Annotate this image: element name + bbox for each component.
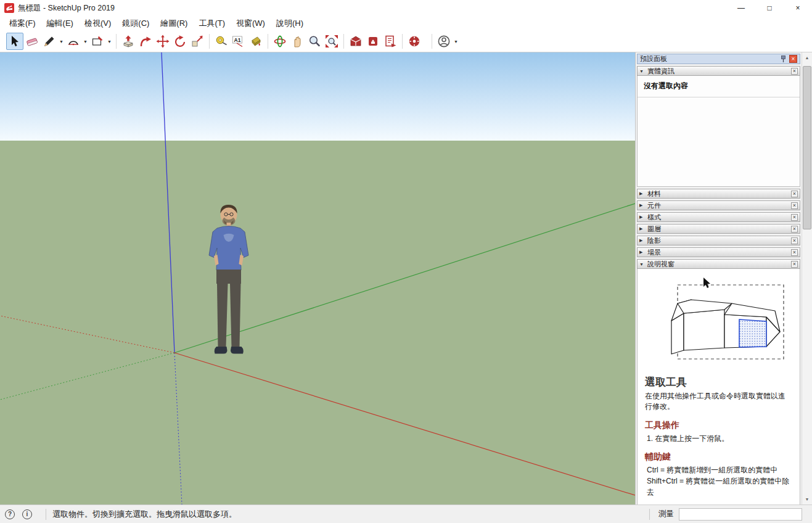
push-pull-tool-button[interactable] xyxy=(120,33,137,50)
toolbar-separator xyxy=(268,34,268,49)
menu-window[interactable]: 視窗(W) xyxy=(231,17,271,30)
status-message: 選取物件。切換到擴充選取。拖曳滑鼠以選取多項。 xyxy=(52,509,643,520)
cursor-icon xyxy=(703,278,710,288)
geolocation-icon[interactable]: ? xyxy=(5,509,15,519)
shapes-tool-button[interactable] xyxy=(89,33,106,50)
model-scene xyxy=(0,52,635,504)
menu-view[interactable]: 檢視(V) xyxy=(79,17,117,30)
scale-tool-button[interactable] xyxy=(189,33,206,50)
titlebar: 無標題 - SketchUp Pro 2019 — □ × xyxy=(0,0,812,16)
menu-camera[interactable]: 鏡頭(C) xyxy=(117,17,155,30)
paint-bucket-tool-button[interactable] xyxy=(247,33,265,50)
section-instructor[interactable]: ▼ 說明視窗 × xyxy=(637,259,800,269)
text-tool-button[interactable]: A1 xyxy=(230,33,247,50)
eraser-tool-button[interactable] xyxy=(23,33,41,50)
shapes-tool-dropdown[interactable]: ▼ xyxy=(106,33,113,50)
section-materials[interactable]: ▶ 材料 × xyxy=(637,189,800,199)
credits-info-icon[interactable]: i xyxy=(22,509,32,519)
send-to-layout-button[interactable] xyxy=(382,33,399,50)
follow-me-icon xyxy=(139,35,152,48)
arc-icon xyxy=(67,35,80,48)
menu-file[interactable]: 檔案(F) xyxy=(4,17,41,30)
modeling-viewport[interactable] xyxy=(0,52,635,504)
sign-in-dropdown[interactable]: ▼ xyxy=(453,33,459,50)
section-label: 樣式 xyxy=(647,213,791,222)
scroll-up-arrow[interactable]: ▲ xyxy=(802,52,812,63)
section-shadows[interactable]: ▶ 陰影 × xyxy=(637,236,800,245)
drawing-axes xyxy=(0,52,635,504)
section-label: 材料 xyxy=(647,189,791,199)
scale-figure[interactable] xyxy=(209,205,248,354)
menu-tools[interactable]: 工具(T) xyxy=(193,17,231,30)
section-close-icon[interactable]: × xyxy=(791,202,798,209)
extension-warehouse-button[interactable] xyxy=(364,33,382,50)
toolbar: ▼ ▼ ▼ xyxy=(0,31,812,52)
section-close-icon[interactable]: × xyxy=(791,237,798,244)
section-close-icon[interactable]: × xyxy=(791,226,798,233)
arc-tool-dropdown[interactable]: ▼ xyxy=(82,33,89,50)
rectangle-shape-icon xyxy=(91,35,104,48)
arc-tool-button[interactable] xyxy=(65,33,82,50)
instructor-tool-description: 在使用其他操作工具或命令時選取實體以進行修改。 xyxy=(645,391,792,413)
statusbar: ? i 選取物件。切換到擴充選取。拖曳滑鼠以選取多項。 測量 xyxy=(0,504,812,523)
line-tool-button[interactable] xyxy=(41,33,58,50)
select-tool-button[interactable] xyxy=(6,33,23,50)
scroll-down-arrow[interactable]: ▼ xyxy=(802,494,812,504)
default-tray-panel: 預設面板 × ▼ 實體資訊 × 沒有選取內容 ▶ 材料 × ▶ 元件 × ▶ 樣… xyxy=(635,52,802,504)
tape-measure-tool-button[interactable] xyxy=(213,33,230,50)
maximize-button[interactable]: □ xyxy=(755,0,784,16)
scrollbar-thumb[interactable] xyxy=(803,66,811,229)
section-scenes[interactable]: ▶ 場景 × xyxy=(637,247,800,257)
sketchup-logo-icon xyxy=(4,3,14,13)
3d-warehouse-button[interactable] xyxy=(347,33,364,50)
menu-help[interactable]: 說明(H) xyxy=(271,17,309,30)
push-pull-icon xyxy=(121,35,135,48)
minimize-button[interactable]: — xyxy=(727,0,755,16)
sign-in-button[interactable] xyxy=(435,33,453,50)
pan-tool-button[interactable] xyxy=(289,33,306,50)
user-account-icon xyxy=(437,35,451,48)
pin-icon[interactable] xyxy=(779,55,787,63)
instructor-tool-heading: 選取工具 xyxy=(645,375,792,389)
section-entity-info[interactable]: ▼ 實體資訊 × xyxy=(637,66,800,76)
section-label: 說明視窗 xyxy=(647,260,791,269)
section-close-icon[interactable]: × xyxy=(791,261,798,268)
paint-bucket-icon xyxy=(249,35,263,48)
rotate-tool-button[interactable] xyxy=(171,33,189,50)
pencil-icon xyxy=(43,35,56,48)
section-layers[interactable]: ▶ 圖層 × xyxy=(637,224,800,234)
section-close-icon[interactable]: × xyxy=(791,191,798,197)
follow-me-tool-button[interactable] xyxy=(137,33,154,50)
expander-icon: ▶ xyxy=(639,191,647,196)
menu-draw[interactable]: 繪圖(R) xyxy=(155,17,193,30)
measurements-input[interactable] xyxy=(679,508,802,521)
zoom-extents-icon xyxy=(325,35,338,48)
close-button[interactable]: × xyxy=(784,0,812,16)
section-close-icon[interactable]: × xyxy=(791,68,798,75)
expander-icon: ▶ xyxy=(639,203,647,208)
statusbar-divider xyxy=(46,509,46,520)
menubar: 檔案(F) 編輯(E) 檢視(V) 鏡頭(C) 繪圖(R) 工具(T) 視窗(W… xyxy=(0,16,812,31)
section-label: 陰影 xyxy=(647,236,791,245)
select-tool-illustration xyxy=(646,276,792,368)
panel-title: 預設面板 xyxy=(640,54,779,64)
section-styles[interactable]: ▶ 樣式 × xyxy=(637,212,800,222)
zoom-tool-button[interactable] xyxy=(306,33,323,50)
move-tool-button[interactable] xyxy=(154,33,171,50)
section-components[interactable]: ▶ 元件 × xyxy=(637,200,800,210)
eraser-icon xyxy=(25,35,39,48)
statusbar-divider xyxy=(649,509,650,520)
panel-scrollbar[interactable]: ▲ ▼ xyxy=(802,52,812,504)
line-tool-dropdown[interactable]: ▼ xyxy=(58,33,65,50)
menu-edit[interactable]: 編輯(E) xyxy=(41,17,79,30)
orbit-tool-button[interactable] xyxy=(271,33,289,50)
panel-close-button[interactable]: × xyxy=(789,55,797,63)
panel-titlebar[interactable]: 預設面板 × xyxy=(637,54,800,64)
section-close-icon[interactable]: × xyxy=(791,214,798,221)
extension-manager-button[interactable] xyxy=(406,33,423,50)
zoom-extents-tool-button[interactable] xyxy=(323,33,340,50)
section-close-icon[interactable]: × xyxy=(791,249,798,256)
instructor-modifier-item: Shift+Ctrl = 將實體從一組所選取的實體中除去 xyxy=(645,476,792,498)
orbit-icon xyxy=(273,35,287,48)
toolbar-separator xyxy=(432,34,432,49)
